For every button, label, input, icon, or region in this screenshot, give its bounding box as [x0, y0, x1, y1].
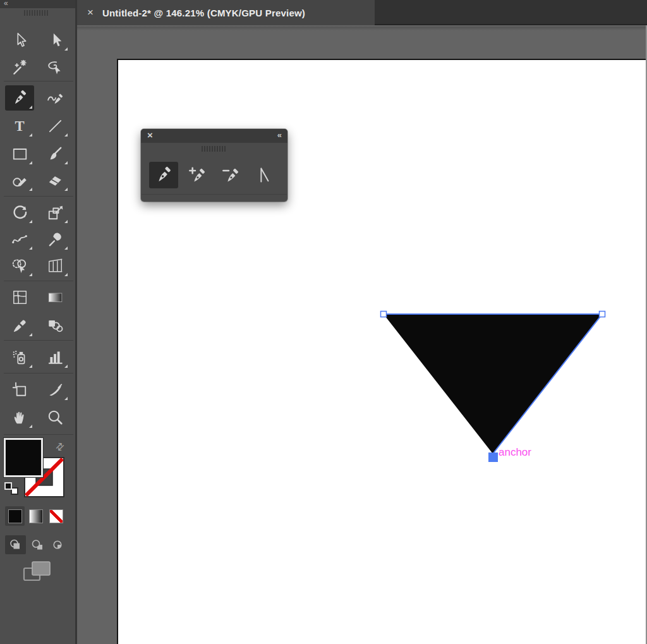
- symbol-sprayer-icon: [11, 349, 28, 365]
- eraser-icon: [47, 172, 63, 188]
- color-button[interactable]: [5, 506, 25, 526]
- shape-builder-icon: [11, 257, 28, 274]
- direct-selection-tool-button[interactable]: [40, 27, 70, 52]
- rotate-icon: [11, 204, 28, 221]
- lasso-tool-button[interactable]: [40, 55, 70, 80]
- none-button[interactable]: [46, 506, 66, 526]
- magic-wand-icon: [11, 59, 28, 76]
- type-icon: T: [11, 118, 28, 134]
- document-tab-bar: × Untitled-2* @ 146.21% (CMYK/GPU Previe…: [77, 0, 647, 25]
- slice-tool-button[interactable]: [40, 377, 70, 402]
- toolbar-divider: [4, 340, 73, 341]
- type-tool-button[interactable]: T: [5, 113, 34, 138]
- column-graph-tool-button[interactable]: [40, 344, 70, 370]
- lasso-icon: [47, 59, 63, 76]
- scale-tool-button[interactable]: [40, 200, 70, 225]
- eyedropper-tool-button[interactable]: [5, 313, 34, 338]
- panel-divider: [142, 194, 287, 195]
- toolbar-divider: [4, 196, 73, 197]
- tab-close-icon[interactable]: ×: [87, 0, 94, 25]
- draw-behind-button[interactable]: [27, 535, 47, 554]
- direct-selection-arrow-icon: [47, 32, 63, 48]
- symbol-sprayer-tool-button[interactable]: [5, 344, 34, 370]
- pen-tools-panel: × «: [141, 129, 287, 202]
- puppet-warp-pin-icon: [47, 231, 63, 247]
- draw-inside-button[interactable]: [47, 535, 68, 554]
- rectangle-tool-button[interactable]: [5, 141, 34, 166]
- draw-inside-icon: [52, 539, 64, 550]
- curvature-pen-icon: [47, 90, 63, 106]
- toolbar-divider: [4, 281, 73, 281]
- pen-panel-drag-handle[interactable]: [202, 146, 227, 152]
- shaper-tool-button[interactable]: [5, 167, 34, 193]
- artboard-icon: [11, 381, 28, 398]
- panel-collapse-icon[interactable]: «: [277, 130, 282, 140]
- draw-normal-icon: [9, 539, 22, 550]
- hand-tool-button[interactable]: [5, 404, 34, 430]
- pen-panel-header[interactable]: × «: [141, 129, 287, 143]
- puppet-warp-tool-button[interactable]: [40, 226, 70, 252]
- paintbrush-tool-button[interactable]: [40, 141, 70, 166]
- add-anchor-point-icon: [188, 166, 206, 184]
- mesh-icon: [11, 289, 28, 305]
- zoom-magnifier-icon: [47, 409, 63, 425]
- column-graph-icon: [47, 349, 63, 365]
- rectangle-icon: [11, 145, 28, 162]
- shaper-icon: [11, 172, 28, 188]
- panel-close-icon[interactable]: ×: [147, 130, 153, 140]
- collapse-toolbar-icon[interactable]: «: [4, 0, 8, 8]
- tools-panel-drag-handle[interactable]: [24, 10, 48, 16]
- zoom-tool-button[interactable]: [40, 404, 70, 430]
- perspective-grid-tool-button[interactable]: [40, 253, 70, 278]
- width-tool-button[interactable]: [5, 226, 34, 252]
- panel-pen-tool-button[interactable]: [149, 162, 178, 188]
- mesh-tool-button[interactable]: [5, 284, 34, 310]
- panel-delete-anchor-point-tool-button[interactable]: [216, 162, 245, 188]
- blend-icon: [47, 317, 63, 334]
- none-swatch-icon: [49, 509, 63, 523]
- curvature-tool-button[interactable]: [40, 85, 70, 111]
- toolbar-divider: [4, 81, 73, 82]
- gradient-swatch-icon: [29, 509, 43, 523]
- selection-tool-button[interactable]: [5, 27, 34, 52]
- svg-text:T: T: [15, 118, 24, 134]
- slice-knife-icon: [47, 381, 63, 398]
- pen-icon: [11, 90, 28, 106]
- eyedropper-icon: [11, 317, 28, 334]
- color-swatch-icon: [8, 509, 22, 523]
- delete-anchor-point-icon: [222, 166, 239, 184]
- pasteboard[interactable]: [77, 27, 647, 644]
- gradient-icon: [47, 289, 63, 305]
- blend-tool-button[interactable]: [40, 313, 70, 338]
- draw-behind-icon: [31, 539, 44, 550]
- shape-builder-tool-button[interactable]: [5, 253, 34, 278]
- swap-fill-stroke-icon[interactable]: ⇄: [50, 437, 70, 456]
- toolbar-divider: [4, 434, 73, 435]
- panel-add-anchor-point-tool-button[interactable]: [183, 162, 212, 188]
- line-segment-tool-button[interactable]: [40, 113, 70, 138]
- magic-wand-tool-button[interactable]: [5, 55, 34, 80]
- hand-icon: [11, 409, 28, 425]
- pen-icon: [155, 166, 172, 184]
- eraser-tool-button[interactable]: [40, 167, 70, 193]
- default-fill-icon[interactable]: [4, 482, 12, 490]
- gradient-button[interactable]: [26, 506, 45, 526]
- change-screen-mode-button[interactable]: [23, 560, 52, 586]
- gradient-tool-button[interactable]: [40, 284, 70, 310]
- perspective-grid-icon: [47, 257, 63, 274]
- toolbar-divider: [4, 373, 73, 374]
- screen-mode-icon: [23, 560, 52, 584]
- line-segment-icon: [47, 118, 63, 134]
- artboard-tool-button[interactable]: [5, 377, 34, 402]
- document-tab[interactable]: × Untitled-2* @ 146.21% (CMYK/GPU Previe…: [77, 0, 375, 25]
- tools-panel-header[interactable]: «: [0, 0, 75, 8]
- width-tool-icon: [11, 231, 28, 247]
- anchor-point-convert-icon: [255, 166, 273, 184]
- pen-tool-button[interactable]: [5, 85, 34, 111]
- document-tab-title: Untitled-2* @ 146.21% (CMYK/GPU Preview): [102, 8, 305, 18]
- rotate-tool-button[interactable]: [5, 200, 34, 225]
- illustrator-window: «: [0, 0, 647, 644]
- draw-normal-button[interactable]: [5, 535, 26, 554]
- panel-anchor-point-tool-button[interactable]: [250, 162, 279, 188]
- fill-color-swatch[interactable]: [4, 438, 43, 477]
